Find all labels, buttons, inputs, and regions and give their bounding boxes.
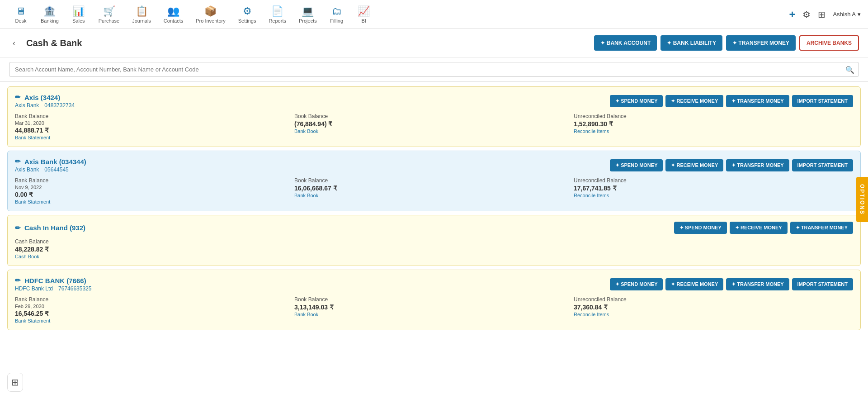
spend-money-btn-3[interactable]: ✦ SPEND MONEY [610,278,663,290]
spend-money-btn-0[interactable]: ✦ SPEND MONEY [610,95,663,107]
unrec-amount-3: 37,360.84 ₹ [574,304,853,311]
bank-actions-axis-034344: ✦ SPEND MONEY ✦ RECEIVE MONEY ✦ TRANSFER… [610,159,853,171]
bank-info-axis-034344: Axis Bank 05644545 [15,166,86,173]
nav-label-filling: Filling [330,18,343,24]
balance-amount-3: 16,546.25 ₹ [15,310,294,317]
edit-icon-2: ✏ [15,224,21,232]
banks-container: ✏ Axis (3424) Axis Bank 0483732734 ✦ SPE… [0,82,868,335]
edit-icon-1: ✏ [15,157,21,166]
import-statement-btn-1[interactable]: IMPORT STATEMENT [792,159,853,171]
unrec-link-1[interactable]: Reconcile Items [574,193,853,198]
balance-book-0: Book Balance (76,884.94) ₹ Bank Book [294,113,574,134]
transfer-money-btn-3[interactable]: ✦ TRANSFER MONEY [726,278,789,290]
unrec-link-0[interactable]: Reconcile Items [574,128,853,134]
bank-account-number-3: 76746635325 [58,285,91,292]
balance-link-3[interactable]: Bank Statement [15,318,294,323]
transfer-money-btn-0[interactable]: ✦ TRANSFER MONEY [726,95,789,107]
nav-item-desk[interactable]: 🖥 Desk [7,2,34,27]
transfer-money-btn-1[interactable]: ✦ TRANSFER MONEY [726,159,789,171]
gear-icon[interactable]: ⚙ [802,9,811,20]
balance-label-1: Bank Balance [15,177,294,184]
bank-name-axis-3424[interactable]: ✏ Axis (3424) [15,93,75,101]
unrec-amount-0: 1,52,890.30 ₹ [574,120,853,128]
bank-card-header: ✏ Axis (3424) Axis Bank 0483732734 ✦ SPE… [15,93,853,109]
bottom-left-icon[interactable]: ⊞ [7,373,23,392]
back-button[interactable]: ‹ [9,37,19,50]
user-menu[interactable]: Ashish A ▾ [833,11,861,18]
nav-label-projects: Projects [299,18,317,24]
transfer-money-header-button[interactable]: ✦ TRANSFER MONEY [726,35,796,51]
book-amount-1: 16,06,668.67 ₹ [294,185,574,192]
spend-money-btn-1[interactable]: ✦ SPEND MONEY [610,159,663,171]
balance-link-1[interactable]: Bank Statement [15,199,294,204]
nav-label-contacts: Contacts [164,18,183,24]
unrec-link-3[interactable]: Reconcile Items [574,312,853,317]
bank-name-axis-034344[interactable]: ✏ Axis Bank (034344) [15,157,86,166]
nav-item-settings[interactable]: ⚙ Settings [232,2,263,27]
bank-header-left-2: ✏ Cash In Hand (932) [15,224,85,232]
book-link-0[interactable]: Bank Book [294,128,574,134]
options-sidebar[interactable]: OPTIONS [856,177,868,222]
bi-icon: 📈 [358,5,370,17]
import-statement-btn-3[interactable]: IMPORT STATEMENT [792,278,853,290]
bank-account-number-1: 05644545 [44,166,68,173]
bank-card-header-1: ✏ Axis Bank (034344) Axis Bank 05644545 … [15,157,853,173]
projects-icon: 💻 [302,5,314,17]
bank-card-header-2: ✏ Cash In Hand (932) ✦ SPEND MONEY ✦ REC… [15,222,853,234]
nav-item-filling[interactable]: 🗂 Filling [323,2,350,27]
bank-label: Axis Bank [15,102,39,109]
nav-item-purchase[interactable]: 🛒 Purchase [92,2,126,27]
desk-icon: 🖥 [16,5,26,17]
book-label-1: Book Balance [294,177,574,184]
bank-balances-axis-3424: Bank Balance Mar 31, 2020 44,888.71 ₹ Ba… [15,113,853,140]
nav-label-purchase: Purchase [99,18,119,24]
bank-account-number: 0483732734 [44,102,75,109]
grid-icon[interactable]: ⊞ [818,9,826,20]
search-input[interactable] [9,62,859,77]
archive-banks-button[interactable]: ARCHIVE BANKS [799,35,859,51]
receive-money-btn-1[interactable]: ✦ RECEIVE MONEY [665,159,723,171]
book-link-1[interactable]: Bank Book [294,193,574,198]
nav-item-journals[interactable]: 📋 Journals [126,2,157,27]
nav-item-pro-inventory[interactable]: 📦 Pro Inventory [189,2,231,27]
bank-balances-axis-034344: Bank Balance Nov 9, 2022 0.00 ₹ Bank Sta… [15,177,853,204]
banking-icon: 🏦 [43,5,56,17]
receive-money-btn-2[interactable]: ✦ RECEIVE MONEY [730,222,788,234]
bank-label-3: HDFC Bank Ltd [15,285,53,292]
book-label-3: Book Balance [294,296,574,303]
bank-card-header-3: ✏ HDFC BANK (7666) HDFC Bank Ltd 7674663… [15,276,853,292]
spend-money-btn-2[interactable]: ✦ SPEND MONEY [674,222,727,234]
bank-info-axis-3424: Axis Bank 0483732734 [15,102,75,109]
nav-label-settings: Settings [238,18,256,24]
balance-unreconciled-0: Unreconciled Balance 1,52,890.30 ₹ Recon… [574,113,853,134]
bank-header-left-3: ✏ HDFC BANK (7666) HDFC Bank Ltd 7674663… [15,276,91,292]
cash-balance-link[interactable]: Cash Book [15,254,853,259]
balance-unreconciled-3: Unreconciled Balance 37,360.84 ₹ Reconci… [574,296,853,317]
balance-link-0[interactable]: Bank Statement [15,135,294,140]
nav-item-projects[interactable]: 💻 Projects [292,2,323,27]
book-link-3[interactable]: Bank Book [294,312,574,317]
balance-amount-1: 0.00 ₹ [15,191,294,198]
bank-account-button[interactable]: ✦ BANK ACCOUNT [594,35,657,51]
bank-liability-button[interactable]: ✦ BANK LIABILITY [660,35,722,51]
nav-item-banking[interactable]: 🏦 Banking [34,2,65,27]
cash-balance-label: Cash Balance [15,238,853,245]
bank-name-cash-in-hand[interactable]: ✏ Cash In Hand (932) [15,224,85,232]
nav-label-journals: Journals [132,18,151,24]
nav-item-contacts[interactable]: 👥 Contacts [157,2,189,27]
nav-item-reports[interactable]: 📄 Reports [262,2,292,27]
nav-item-sales[interactable]: 📊 Sales [65,2,92,27]
receive-money-btn-3[interactable]: ✦ RECEIVE MONEY [665,278,723,290]
unrec-label-1: Unreconciled Balance [574,177,853,184]
nav-item-bi[interactable]: 📈 BI [350,2,377,27]
balance-date-1: Nov 9, 2022 [15,185,294,190]
import-statement-btn-0[interactable]: IMPORT STATEMENT [792,95,853,107]
receive-money-btn-0[interactable]: ✦ RECEIVE MONEY [665,95,723,107]
balance-label-3: Bank Balance [15,296,294,303]
balance-book-3: Book Balance 3,13,149.03 ₹ Bank Book [294,296,574,317]
sales-icon: 📊 [72,5,85,17]
chevron-down-icon: ▾ [858,11,861,18]
add-button[interactable]: + [789,8,795,21]
bank-name-hdfc-7666[interactable]: ✏ HDFC BANK (7666) [15,276,91,285]
transfer-money-btn-2[interactable]: ✦ TRANSFER MONEY [790,222,853,234]
